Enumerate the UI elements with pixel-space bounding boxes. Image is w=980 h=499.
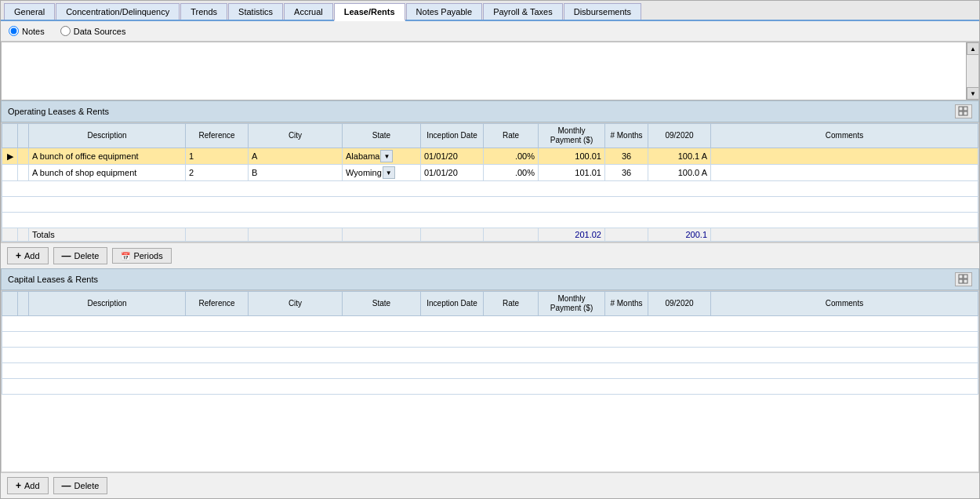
capital-add-label: Add xyxy=(24,481,40,490)
col-header-months: # Months xyxy=(605,124,648,148)
state-dropdown-btn[interactable]: ▼ xyxy=(383,166,395,179)
capital-table-row-empty xyxy=(2,332,978,348)
tab-accrual[interactable]: Accrual xyxy=(284,3,333,20)
scroll-track xyxy=(967,55,978,87)
capital-section: Capital Leases & Rents xyxy=(1,268,979,498)
row-rate[interactable]: .00% xyxy=(484,148,539,165)
row-inception[interactable]: 01/01/20 xyxy=(421,165,484,181)
svg-rect-1 xyxy=(964,107,967,111)
row-city[interactable]: B xyxy=(249,165,343,181)
table-layout-icon xyxy=(958,106,969,117)
capital-add-button[interactable]: + Add xyxy=(7,477,49,494)
tab-concentration[interactable]: Concentration/Delinquency xyxy=(56,3,180,20)
totals-label: Totals xyxy=(29,228,186,242)
row-state-value[interactable]: Alabama xyxy=(346,151,379,161)
radio-notes-label: Notes xyxy=(22,27,45,36)
capital-delete-label: Delete xyxy=(74,481,100,490)
operating-section: Operating Leases & Rents xyxy=(1,100,979,268)
tab-trends[interactable]: Trends xyxy=(180,3,227,20)
row-monthly[interactable]: 101.01 xyxy=(539,165,605,181)
radio-datasources[interactable]: Data Sources xyxy=(60,26,126,36)
main-container: General Concentration/Delinquency Trends… xyxy=(0,0,980,499)
col-header-inception-date: Inception Date xyxy=(421,124,484,148)
tab-payroll-taxes[interactable]: Payroll & Taxes xyxy=(483,3,563,20)
row-monthly[interactable]: 100.01 xyxy=(539,148,605,165)
row-date-val[interactable]: 100.0 A xyxy=(648,165,711,181)
col-header-state: State xyxy=(343,124,421,148)
capital-table-row-empty xyxy=(2,348,978,363)
capital-layout-icon[interactable] xyxy=(955,272,972,286)
totals-comments xyxy=(711,228,978,242)
table-row-empty xyxy=(2,213,978,228)
table-layout-icon-capital xyxy=(958,274,969,285)
capital-add-icon: + xyxy=(16,480,21,491)
col-header-comments: Comments xyxy=(711,124,978,148)
cap-col-header-date: 09/2020 xyxy=(648,292,711,316)
row-description[interactable]: A bunch of office equipment xyxy=(29,148,186,165)
capital-delete-button[interactable]: — Delete xyxy=(53,477,108,494)
svg-rect-4 xyxy=(959,275,963,279)
operating-table: Description Reference City State Incepti… xyxy=(2,123,978,242)
totals-inception xyxy=(421,228,484,242)
tab-disbursements[interactable]: Disbursements xyxy=(564,3,641,20)
row-months[interactable]: 36 xyxy=(605,148,648,165)
cap-col-header-arrow xyxy=(2,292,18,316)
col-header-city: City xyxy=(249,124,343,148)
operating-delete-button[interactable]: — Delete xyxy=(53,247,108,264)
capital-button-row: + Add — Delete xyxy=(1,472,979,498)
totals-rate xyxy=(484,228,539,242)
tab-bar: General Concentration/Delinquency Trends… xyxy=(1,1,979,21)
col-header-reference: Reference xyxy=(186,124,249,148)
scroll-up-btn[interactable]: ▲ xyxy=(967,42,979,55)
operating-layout-icon[interactable] xyxy=(955,104,972,118)
cap-col-header-inception-date: Inception Date xyxy=(421,292,484,316)
cap-col-header-city: City xyxy=(249,292,343,316)
state-dropdown-btn[interactable]: ▼ xyxy=(380,150,393,162)
add-icon: + xyxy=(16,250,21,261)
operating-add-button[interactable]: + Add xyxy=(7,247,49,264)
col-header-indicator xyxy=(18,124,29,148)
row-inception[interactable]: 01/01/20 xyxy=(421,148,484,165)
capital-table-container: Description Reference City State Incepti… xyxy=(1,290,979,472)
row-comments[interactable] xyxy=(711,148,978,165)
table-row: ▶ A bunch of office equipment 1 A Alabam… xyxy=(2,148,978,165)
capital-table-row-empty xyxy=(2,316,978,332)
tab-general[interactable]: General xyxy=(4,3,55,20)
row-city[interactable]: A xyxy=(249,148,343,165)
capital-table-header: Description Reference City State Incepti… xyxy=(2,292,978,316)
row-description[interactable]: A bunch of shop equipment xyxy=(29,165,186,181)
col-header-rate: Rate xyxy=(484,124,539,148)
row-state: Alabama ▼ xyxy=(343,148,421,165)
capital-section-title: Capital Leases & Rents xyxy=(8,275,98,284)
operating-section-title: Operating Leases & Rents xyxy=(8,107,109,116)
tab-statistics[interactable]: Statistics xyxy=(228,3,283,20)
notes-area: ▲ ▼ xyxy=(1,42,979,100)
row-reference[interactable]: 1 xyxy=(186,148,249,165)
table-row: A bunch of shop equipment 2 B Wyoming ▼ xyxy=(2,165,978,181)
row-arrow: ▶ xyxy=(2,148,18,165)
cap-col-header-comments: Comments xyxy=(711,292,978,316)
periods-button[interactable]: 📅 Periods xyxy=(112,248,171,264)
cap-col-header-state: State xyxy=(343,292,421,316)
cap-col-header-reference: Reference xyxy=(186,292,249,316)
row-state-value[interactable]: Wyoming xyxy=(346,168,382,177)
operating-table-header: Description Reference City State Incepti… xyxy=(2,124,978,148)
operating-table-container: Description Reference City State Incepti… xyxy=(1,122,979,242)
row-reference[interactable]: 2 xyxy=(186,165,249,181)
col-header-description: Description xyxy=(29,124,186,148)
radio-datasources-label: Data Sources xyxy=(74,27,126,36)
content-area: Notes Data Sources ▲ ▼ Operating Leases … xyxy=(1,21,979,498)
scroll-down-btn[interactable]: ▼ xyxy=(967,87,979,100)
row-months[interactable]: 36 xyxy=(605,165,648,181)
row-indicator xyxy=(18,165,29,181)
radio-notes[interactable]: Notes xyxy=(9,26,45,36)
tab-notes-payable[interactable]: Notes Payable xyxy=(406,3,483,20)
capital-table-row-empty xyxy=(2,379,978,395)
totals-indicator xyxy=(18,228,29,242)
row-rate[interactable]: .00% xyxy=(484,165,539,181)
capital-delete-icon: — xyxy=(62,480,71,491)
row-comments[interactable] xyxy=(711,165,978,181)
row-date-val[interactable]: 100.1 A xyxy=(648,148,711,165)
tab-lease-rents[interactable]: Lease/Rents xyxy=(334,3,405,21)
row-state: Wyoming ▼ xyxy=(343,165,421,181)
